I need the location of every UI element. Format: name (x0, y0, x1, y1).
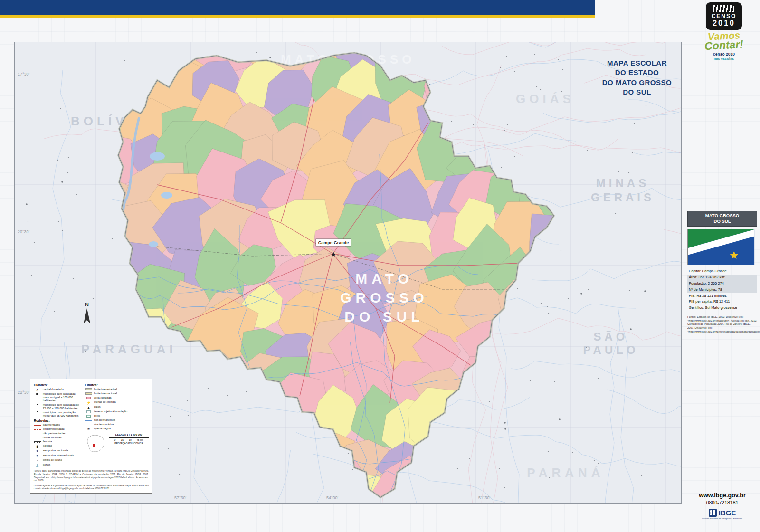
projection-text: PROJEÇÃO POLICÔNICA (109, 442, 149, 445)
info-row-capital: Capital: Campo Grande (687, 268, 757, 275)
info-title-line1: MATO GROSSO (689, 213, 756, 218)
legend-item-mun100: municípios com população maior ou igual … (34, 392, 81, 402)
waterfall-icon: ≋ (85, 428, 92, 431)
city-dot-small-icon (37, 411, 38, 413)
built-area-icon (86, 397, 91, 399)
info-rows: Capital: Campo Grande Área: 357 124.962 … (687, 268, 757, 311)
legend-item-rod4: outras rodovias (34, 436, 81, 439)
legend-rodovias-title: Rodovias: (34, 419, 81, 422)
map-title-line4: DO SUL (589, 87, 684, 97)
site-footer: www.ibge.gov.br 0800-7218181 IBGE Instit… (687, 492, 757, 520)
legend-item-usinas: ⚡usinas de energia (85, 400, 149, 404)
neighbor-label-parana: PARANÁ (527, 466, 604, 480)
neighbor-label-paraguai: PARAGUAI (81, 342, 177, 356)
legend-item-queda: ≋queda d'água (85, 427, 149, 431)
censo-sub2: nas escolas (690, 57, 758, 61)
neighbor-label-goias: GOIÁS (516, 92, 575, 106)
brazil-minimap (85, 433, 106, 453)
ibge-footer-logo-icon (709, 509, 717, 517)
info-row-area: Área: 357 124.962 km² (687, 275, 757, 281)
legend-item-rod1: pavimentadas (34, 423, 81, 427)
legend-item-portos: ⚓portos (34, 463, 81, 467)
railway-icon (34, 441, 41, 443)
legend-item-area: área edificada (85, 396, 149, 399)
neighbor-label-sao-1: SÃO (593, 330, 628, 343)
lagoon (161, 192, 172, 199)
map-title-line3: DO MATO GROSSO (589, 78, 684, 87)
state-name-line: DO SUL (344, 309, 424, 324)
censo-badge: CENSO 2010 (706, 2, 742, 30)
legend-item-mun0: municípios com população menor que 25 00… (34, 411, 81, 418)
lat-label: 22°30' (18, 390, 30, 395)
neighbor-label-minas-1: MINAS (596, 177, 649, 190)
info-row-gentilico: Gentílico: Sul Mato-grossense (687, 305, 757, 311)
legend-limites-title: Limites: (85, 383, 149, 387)
state-name-line: GROSSO (340, 290, 428, 305)
footer-website: www.ibge.gov.br (687, 492, 757, 499)
airstrip-icon: ◦ (34, 459, 41, 462)
marsh-icon (86, 415, 91, 418)
legend-box: Cidades: ★capital do estado municípios c… (30, 379, 152, 494)
legend-item-pistas: ◦pistas de pouso (34, 458, 81, 462)
other-road-icon (34, 438, 41, 438)
map-title-line1: MAPA ESCOLAR (589, 58, 684, 68)
info-title-line2: DO SUL (689, 218, 756, 224)
scale-ticks: 0 15 30 45 km (109, 438, 149, 441)
legend-item-aero-nac: ✈aeroportos nacionais (34, 449, 81, 453)
peak-icon: ▲ (85, 406, 92, 409)
paving-road-icon (34, 429, 41, 430)
legend-cidades-title: Cidades: (34, 383, 81, 387)
ms-flag (687, 229, 755, 265)
legend-item-aero-int: ✈aeroportos internacionais (34, 454, 81, 457)
legend-sources: Fontes: Base cartográfica integrada digi… (34, 470, 149, 482)
header-bar (0, 0, 595, 18)
page: MINISTÉRIO DO PLANEJAMENTO, ORÇAMENTO E … (0, 0, 760, 532)
scale-bar-icon (109, 437, 149, 438)
unpaved-road-icon (34, 434, 41, 434)
legend-item-lim2: limite internacional (85, 392, 149, 395)
map-title: MAPA ESCOLAR DO ESTADO DO MATO GROSSO DO… (589, 58, 684, 97)
censo-2010-logo: CENSO 2010 Vamos Contar! censo 2010 nas … (690, 2, 758, 61)
map-title-line2: DO ESTADO (589, 68, 684, 77)
neighbor-label-sao-2: PAULO (583, 343, 638, 356)
legend-item-lim1: limite interestadual (85, 388, 149, 391)
info-row-municipios: Nº de Municípios: 78 (687, 286, 757, 293)
lat-label: 17°30' (18, 72, 30, 76)
capital-star-icon: ★ (34, 388, 41, 391)
info-row-populacao: População: 2 265 274 (687, 280, 757, 286)
map-frame: 17°30' 20°30' 22°30' 57°30' 54°00' 51°30… (14, 42, 682, 504)
legend-item-ferrovia: ferrovia (34, 440, 81, 443)
legend-item-rios2: rios temporários (85, 423, 149, 426)
censo-year: 2010 (712, 19, 737, 28)
censo-sub1: censo 2010 (690, 52, 758, 57)
legend-scale-block: ESCALA 1 : 1 500 000 0 15 30 45 km PROJE… (85, 433, 149, 453)
info-row-pib-per-capita: PIB per capita: R$ 12 411 (687, 299, 757, 305)
lat-label: 20°30' (18, 229, 30, 234)
lon-label: 54°00' (326, 495, 339, 500)
state-info-panel: MATO GROSSO DO SUL Capital: Campo Grande… (687, 211, 757, 334)
legend-item-terreno: terreno sujeito à inundação (85, 410, 149, 413)
legend-acknowledgement: O IBGE agradece a gentileza de comunicaç… (34, 484, 149, 491)
legend-item-rios1: rios permanentes (85, 418, 149, 422)
scale-text: ESCALA 1 : 1 500 000 (109, 433, 149, 436)
power-plant-icon: ⚡ (85, 401, 92, 404)
ms-highlight (93, 444, 95, 446)
floodland-icon (86, 410, 91, 413)
permanent-river-icon (86, 420, 92, 421)
international-limit-icon (86, 392, 92, 395)
legend-item-eclusas: ▮eclusas (34, 444, 81, 448)
ibge-footer-subtitle: Instituto Brasileiro de Geografia e Esta… (687, 517, 757, 520)
airport-international-icon: ✈ (34, 454, 41, 457)
legend-item-rod2: em pavimentação (34, 428, 81, 431)
airport-national-icon: ✈ (34, 449, 41, 453)
paved-road-icon (34, 425, 41, 426)
city-dot-large-icon (36, 393, 38, 395)
state-limit-icon (86, 388, 92, 390)
legend-item-picos: ▲picos (85, 405, 149, 409)
lock-gate-icon: ▮ (34, 445, 41, 448)
censo-word: CENSO (712, 13, 737, 19)
capital-label: Campo Grande (318, 240, 349, 245)
legend-item-rod3: não pavimentadas (34, 432, 81, 435)
lagoon (150, 152, 165, 161)
censo-hatch-icon (713, 5, 734, 12)
